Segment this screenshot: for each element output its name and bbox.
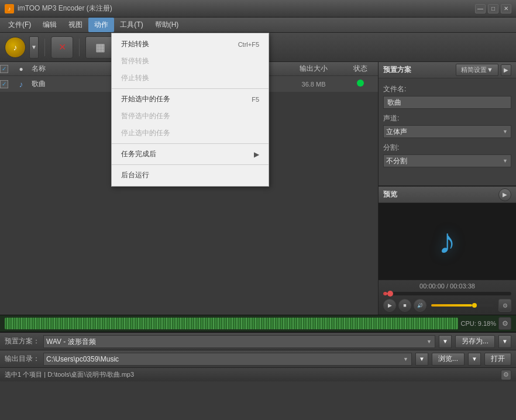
filename-label: 文件名:: [383, 84, 511, 94]
action-dropdown-menu: 开始转换 Ctrl+F5 暂停转换 停止转换 开始选中的任务 F5 暂停选中的任…: [111, 33, 269, 187]
status-bar: 选中1 个项目 | D:\tools\桌面\说明书\歌曲.mp3 ⚙: [0, 367, 516, 381]
output-path-select[interactable]: C:\Users\pc0359\Music: [43, 353, 412, 366]
player-buttons: ▶ ■ 🔊 ⚙: [383, 299, 511, 312]
add-file-dropdown[interactable]: ▼: [29, 36, 39, 58]
channel-select[interactable]: 立体声 单声道: [383, 125, 511, 138]
minimize-button[interactable]: —: [475, 4, 486, 13]
volume-button[interactable]: 🔊: [414, 299, 426, 312]
preset-section: 预置方案 精简设置▼ ▶ 文件名: 声道: 立体声 单声道: [379, 62, 516, 186]
start-selected-label: 开始选中的任务: [121, 94, 170, 104]
toolbar-separator-2: [79, 39, 80, 56]
start-convert-shortcut: Ctrl+F5: [238, 41, 259, 48]
menu-stop-selected: 停止选中的任务: [112, 125, 269, 142]
row-music-icon: ♪: [19, 80, 23, 89]
save-as-expand-button[interactable]: ▼: [498, 335, 511, 348]
row-checkbox-cell: ✓: [0, 80, 14, 88]
app-icon: ♪: [5, 4, 14, 13]
app-icon-symbol: ♪: [8, 6, 11, 12]
pause-convert-label: 暂停转换: [121, 56, 149, 66]
col-state: 状态: [343, 64, 378, 74]
progress-handle[interactable]: [387, 291, 393, 297]
close-button[interactable]: ✕: [501, 4, 511, 13]
status-dot: [357, 80, 364, 87]
volume-slider[interactable]: [431, 304, 494, 307]
stop-button[interactable]: ■: [398, 299, 411, 312]
row-output-cell: 36.8 MB: [284, 81, 343, 88]
menu-pause-selected: 暂停选中的任务: [112, 108, 269, 125]
preview-body: ♪: [379, 203, 516, 280]
row-name: 歌曲: [32, 79, 46, 89]
preview-title: 预览: [383, 190, 397, 199]
start-selected-shortcut: F5: [252, 96, 259, 103]
player-settings-button[interactable]: ⚙: [498, 299, 511, 312]
split-field-row: 分割: 不分割 按大小 按时间: [383, 143, 511, 167]
channel-field-row: 声道: 立体声 单声道: [383, 113, 511, 138]
channel-label: 声道:: [383, 113, 511, 123]
menu-pause-convert: 暂停转换: [112, 53, 269, 70]
output-bar-label: 输出目录：: [5, 354, 40, 364]
split-label: 分割:: [383, 143, 511, 153]
open-button[interactable]: 打开: [484, 353, 511, 366]
right-panel: 预置方案 精简设置▼ ▶ 文件名: 声道: 立体声 单声道: [379, 62, 516, 315]
waveform-settings-button[interactable]: ⚙: [498, 317, 511, 330]
menu-action[interactable]: 动作: [88, 18, 114, 32]
preset-settings-button[interactable]: 精简设置▼: [456, 64, 498, 76]
output-folder-button[interactable]: ▦: [85, 36, 115, 58]
preset-header-right: 精简设置▼ ▶: [456, 64, 511, 76]
save-as-button[interactable]: 另存为...: [455, 335, 495, 348]
titlebar-left: ♪ imTOO MP3 Encoder (未注册): [5, 4, 112, 13]
menu-view[interactable]: 视图: [63, 18, 88, 32]
menubar: 文件(F) 编辑 视图 动作 工具(T) 帮助(H) 开始转换 Ctrl+F5 …: [0, 18, 516, 33]
maximize-button[interactable]: □: [488, 4, 498, 13]
output-folder-icon: ▦: [95, 41, 105, 54]
filename-field-row: 文件名:: [383, 84, 511, 109]
browse-button[interactable]: 浏览...: [432, 353, 465, 366]
browse-expand-button[interactable]: ▼: [468, 353, 481, 366]
menu-start-selected[interactable]: 开始选中的任务 F5: [112, 91, 269, 108]
preset-title: 预置方案: [383, 65, 411, 75]
stop-selected-label: 停止选中的任务: [121, 128, 170, 138]
preset-body: 文件名: 声道: 立体声 单声道 分割:: [379, 78, 516, 178]
add-file-icon: ♪: [13, 43, 18, 52]
menu-edit[interactable]: 编辑: [37, 18, 63, 32]
cpu-display: CPU: 9.18%: [460, 320, 496, 327]
output-path-wrapper: C:\Users\pc0359\Music: [43, 353, 412, 366]
split-select-wrapper: 不分割 按大小 按时间: [383, 154, 511, 167]
progress-fill: [383, 292, 387, 295]
status-text: 选中1 个项目 | D:\tools\桌面\说明书\歌曲.mp3: [5, 370, 134, 379]
play-button[interactable]: ▶: [383, 299, 396, 312]
preset-expand-button[interactable]: ▶: [501, 64, 511, 76]
split-select[interactable]: 不分割 按大小 按时间: [383, 154, 511, 167]
menu-separator-2: [112, 143, 269, 144]
menu-file[interactable]: 文件(F): [2, 18, 37, 32]
menu-after-complete[interactable]: 任务完成后 ▶: [112, 146, 269, 163]
row-checkbox[interactable]: ✓: [0, 80, 8, 88]
add-file-button[interactable]: ♪: [5, 37, 26, 58]
menu-separator-1: [112, 88, 269, 89]
progress-bar[interactable]: [383, 292, 511, 295]
menu-start-convert[interactable]: 开始转换 Ctrl+F5: [112, 36, 269, 53]
volume-handle[interactable]: [472, 303, 477, 308]
time-display: 00:00:00 / 00:03:38: [383, 283, 511, 290]
menu-help[interactable]: 帮助(H): [149, 18, 185, 32]
filename-input[interactable]: [383, 96, 511, 109]
menu-run-background[interactable]: 后台运行: [112, 167, 269, 184]
header-checkbox[interactable]: ✓: [0, 65, 8, 73]
preset-bar-select[interactable]: WAV - 波形音频: [43, 335, 435, 348]
menu-separator-3: [112, 164, 269, 165]
channel-select-wrapper: 立体声 单声道: [383, 125, 511, 138]
col-output: 输出大小: [284, 64, 343, 74]
col-status-icon: ●: [19, 65, 23, 73]
volume-fill: [431, 304, 472, 307]
menu-stop-convert: 停止转换: [112, 70, 269, 87]
remove-icon: ✕: [59, 42, 66, 53]
preset-bar-select-wrapper: WAV - 波形音频: [43, 335, 435, 348]
output-path-expand-button[interactable]: ▼: [415, 353, 428, 366]
menu-tools[interactable]: 工具(T): [114, 18, 149, 32]
preset-bar: 预置方案： WAV - 波形音频 ▼ 另存为... ▼: [0, 332, 516, 350]
preset-bar-expand-button[interactable]: ▼: [439, 335, 452, 348]
stop-convert-label: 停止转换: [121, 73, 149, 83]
status-settings-button[interactable]: ⚙: [501, 370, 511, 380]
preview-expand-button[interactable]: ▶: [498, 188, 511, 201]
remove-button[interactable]: ✕: [51, 36, 73, 58]
